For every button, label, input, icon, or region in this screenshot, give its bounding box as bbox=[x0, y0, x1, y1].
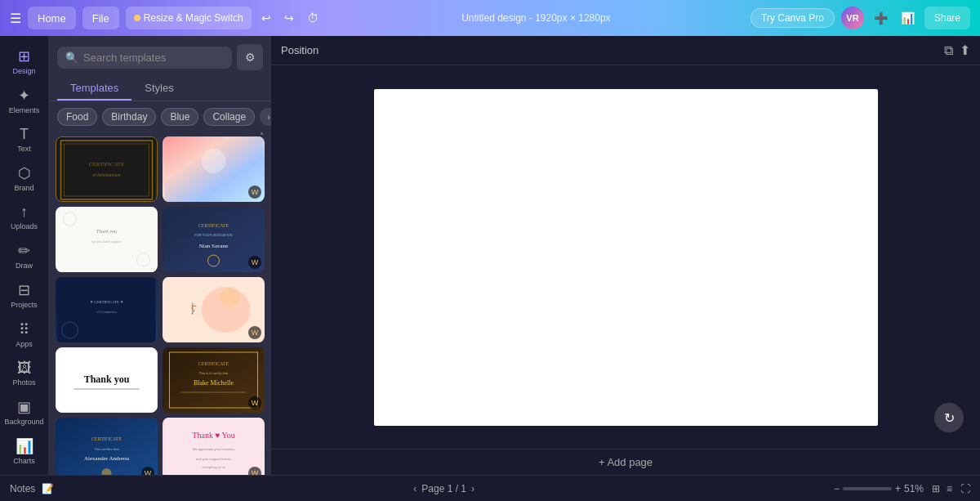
sidebar-item-background[interactable]: ▣ Background bbox=[3, 393, 46, 431]
svg-point-33 bbox=[202, 149, 226, 173]
projects-icon: ⊟ bbox=[18, 281, 30, 299]
sidebar-item-label: Brand bbox=[14, 184, 33, 192]
pro-badge: W bbox=[248, 467, 261, 475]
template-card[interactable]: يحبك W bbox=[163, 277, 265, 342]
template-card[interactable]: CERTIFICATE This is to certify that Blak… bbox=[163, 347, 265, 413]
notes-icon: 📝 bbox=[42, 483, 54, 494]
list-view-button[interactable]: ≡ bbox=[945, 481, 954, 496]
topbar-left: ☰ Home File Resize & Magic Switch ↩ ↪ ⏱ bbox=[10, 7, 322, 29]
svg-text:CERTIFICATE: CERTIFICATE bbox=[89, 161, 125, 168]
apps-icon: ⠿ bbox=[19, 320, 29, 338]
resize-label: Resize & Magic Switch bbox=[144, 12, 243, 24]
svg-text:Blake Michelle: Blake Michelle bbox=[194, 379, 234, 387]
brand-icon: ⬡ bbox=[18, 164, 31, 182]
template-card[interactable]: Thank ♥ You We appreciate your business … bbox=[163, 418, 265, 475]
filter-button[interactable]: ⚙ bbox=[237, 44, 263, 70]
svg-text:FOR YOUR DEDICATION: FOR YOUR DEDICATION bbox=[194, 233, 233, 237]
svg-text:This certifies that: This certifies that bbox=[94, 447, 119, 451]
canvas-white[interactable] bbox=[374, 89, 878, 426]
topbar-center: Untitled design - 1920px × 1280px bbox=[328, 12, 744, 24]
try-pro-button[interactable]: Try Canva Pro bbox=[751, 8, 835, 28]
search-input-wrapper[interactable]: 🔍 bbox=[57, 47, 232, 69]
refresh-button[interactable]: ↻ bbox=[934, 403, 964, 432]
draw-icon: ✏ bbox=[18, 242, 30, 260]
next-page-button[interactable]: › bbox=[471, 483, 474, 494]
sidebar-item-label: Apps bbox=[16, 340, 33, 348]
svg-text:✦ CERTIFICATE ✦: ✦ CERTIFICATE ✦ bbox=[90, 300, 124, 304]
sidebar-item-label: Photos bbox=[12, 378, 35, 387]
share-button[interactable]: Share bbox=[924, 7, 970, 29]
chip-collage[interactable]: Collage bbox=[203, 108, 255, 126]
status-center: ‹ Page 1 / 1 › bbox=[413, 483, 474, 494]
canvas-top-icons: ⧉ ⬆ bbox=[944, 42, 970, 58]
notes-button[interactable]: Notes bbox=[10, 483, 35, 494]
export-icon[interactable]: ⬆ bbox=[960, 42, 970, 58]
menu-icon[interactable]: ☰ bbox=[10, 11, 21, 26]
grid-view-button[interactable]: ⊞ bbox=[930, 481, 942, 496]
timer-button[interactable]: ⏱ bbox=[304, 10, 322, 26]
zoom-out-button[interactable]: − bbox=[834, 483, 840, 494]
canvas-top-bar: Position ⧉ ⬆ bbox=[271, 36, 980, 65]
chip-birthday[interactable]: Birthday bbox=[102, 108, 156, 126]
home-button[interactable]: Home bbox=[28, 7, 76, 29]
main-area: ⊞ Design ✦ Elements T Text ⬡ Brand ↑ Upl… bbox=[0, 36, 980, 475]
sidebar-item-label: Uploads bbox=[11, 222, 38, 230]
file-button[interactable]: File bbox=[82, 7, 119, 29]
svg-text:of Achievement: of Achievement bbox=[92, 172, 121, 177]
add-person-button[interactable]: ➕ bbox=[871, 10, 891, 26]
template-card[interactable]: CERTIFICATE of Achievement bbox=[56, 136, 158, 202]
templates-columns: CERTIFICATE of Achievement Thank you for… bbox=[56, 136, 265, 475]
copy-icon[interactable]: ⧉ bbox=[944, 43, 953, 58]
search-input[interactable] bbox=[83, 51, 224, 64]
template-card[interactable]: W bbox=[163, 136, 265, 202]
pro-badge: W bbox=[248, 396, 261, 409]
svg-text:Nian Savane: Nian Savane bbox=[199, 243, 229, 249]
sidebar-item-uploads[interactable]: ↑ Uploads bbox=[3, 199, 46, 235]
chip-blue[interactable]: Blue bbox=[161, 108, 198, 126]
template-card[interactable]: CERTIFICATE FOR YOUR DEDICATION Nian Sav… bbox=[163, 207, 265, 272]
add-page-button[interactable]: + Add page bbox=[599, 456, 653, 468]
text-icon: T bbox=[20, 126, 29, 143]
status-bar: Notes 📝 ‹ Page 1 / 1 › − + 51% ⊞ ≡ ⛶ bbox=[0, 475, 980, 501]
chips-scroll-button[interactable]: › bbox=[260, 108, 271, 126]
zoom-slider[interactable] bbox=[843, 487, 892, 490]
template-card[interactable]: CERTIFICATE This certifies that Alexande… bbox=[56, 418, 158, 475]
svg-rect-0 bbox=[58, 137, 156, 202]
redo-button[interactable]: ↪ bbox=[281, 10, 297, 26]
sidebar-item-text[interactable]: T Text bbox=[3, 121, 46, 158]
undo-button[interactable]: ↩ bbox=[258, 10, 274, 26]
fullscreen-button[interactable]: ⛶ bbox=[960, 483, 970, 494]
filter-chips: Food Birthday Blue Collage › bbox=[49, 101, 271, 132]
zoom-in-button[interactable]: + bbox=[895, 483, 901, 494]
svg-text:Thank ♥ You: Thank ♥ You bbox=[192, 431, 234, 440]
sidebar-item-photos[interactable]: 🖼 Photos bbox=[3, 355, 46, 391]
sidebar-item-apps[interactable]: ⠿ Apps bbox=[3, 315, 46, 353]
search-icon: 🔍 bbox=[65, 51, 78, 64]
template-card[interactable]: ✦ CERTIFICATE ✦ of Completion bbox=[56, 277, 158, 342]
sidebar-item-charts[interactable]: 📊 Charts bbox=[3, 432, 46, 470]
svg-text:Thank you: Thank you bbox=[96, 229, 117, 234]
resize-button[interactable]: Resize & Magic Switch bbox=[126, 7, 252, 29]
analytics-button[interactable]: 📊 bbox=[898, 10, 918, 26]
sidebar-item-projects[interactable]: ⊟ Projects bbox=[3, 276, 46, 314]
sidebar-item-brand[interactable]: ⬡ Brand bbox=[3, 159, 46, 197]
svg-text:Thank you: Thank you bbox=[84, 374, 130, 385]
template-card[interactable]: Thank you bbox=[56, 347, 158, 413]
tab-styles[interactable]: Styles bbox=[131, 77, 186, 101]
svg-text:and your support means: and your support means bbox=[196, 457, 231, 461]
resize-dot bbox=[134, 15, 140, 21]
svg-text:Alexander Andreou: Alexander Andreou bbox=[84, 455, 130, 462]
tab-templates[interactable]: Templates bbox=[57, 77, 131, 101]
chip-food[interactable]: Food bbox=[57, 108, 97, 126]
pro-badge: W bbox=[248, 186, 261, 199]
svg-point-42 bbox=[220, 288, 240, 307]
template-card[interactable]: Thank you for your kind support bbox=[56, 207, 158, 272]
sidebar-item-design[interactable]: ⊞ Design bbox=[3, 42, 46, 80]
svg-text:of Completion: of Completion bbox=[96, 310, 117, 314]
prev-page-button[interactable]: ‹ bbox=[413, 483, 416, 494]
sidebar-item-elements[interactable]: ✦ Elements bbox=[3, 82, 46, 119]
svg-rect-17 bbox=[58, 418, 156, 475]
sidebar-item-draw[interactable]: ✏ Draw bbox=[3, 237, 46, 275]
status-right: − + 51% ⊞ ≡ ⛶ bbox=[834, 481, 970, 496]
avatar[interactable]: VR bbox=[841, 7, 864, 29]
